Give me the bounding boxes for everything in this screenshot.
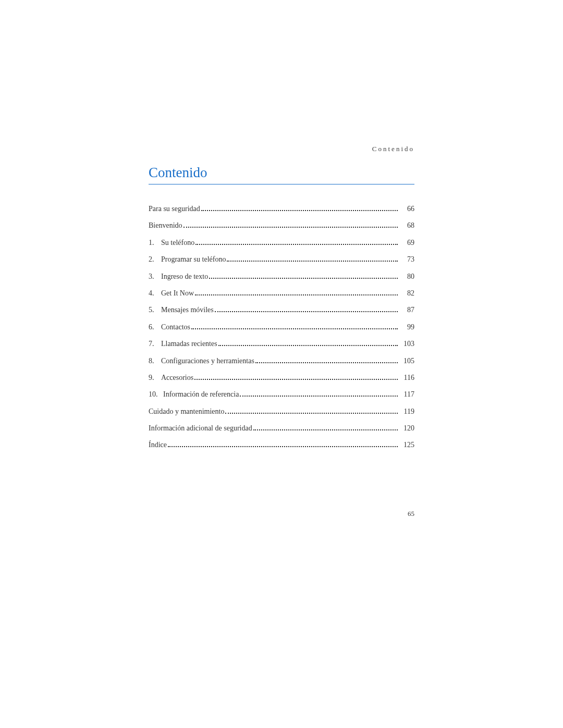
toc-entry-page: 69	[400, 237, 414, 249]
toc-dots	[183, 227, 398, 228]
toc-entry: Cuidado y mantenimiento119	[149, 406, 414, 417]
toc-entry-page: 87	[400, 304, 414, 316]
toc-entry-page: 99	[400, 322, 414, 333]
toc-entry-number: 2.	[149, 254, 161, 265]
toc-entry-label: Información adicional de seguridad	[149, 423, 252, 434]
toc-entry-label: Programar su teléfono	[161, 254, 226, 265]
toc-list: Para su seguridad66Bienvenido681.Su telé…	[149, 203, 414, 451]
toc-entry: 8.Configuraciones y herramientas105	[149, 355, 414, 367]
toc-dots	[168, 446, 398, 447]
toc-entry-number: 8.	[149, 355, 161, 367]
toc-entry-label: Accesorios	[161, 372, 193, 384]
toc-entry-number: 9.	[149, 372, 161, 384]
toc-entry-label: Para su seguridad	[149, 203, 200, 215]
toc-entry-label: Su teléfono	[161, 237, 194, 249]
toc-entry: 1.Su teléfono69	[149, 237, 414, 249]
toc-dots	[195, 244, 398, 245]
toc-dots	[218, 345, 398, 346]
toc-entry-page: 66	[400, 203, 414, 215]
toc-entry: Información adicional de seguridad120	[149, 423, 414, 434]
toc-entry-number: 7.	[149, 338, 161, 350]
toc-entry: 5.Mensajes móviles87	[149, 304, 414, 316]
toc-entry: 7.Llamadas recientes103	[149, 338, 414, 350]
toc-entry: 4.Get It Now82	[149, 288, 414, 299]
toc-dots	[215, 311, 398, 312]
toc-entry: 6.Contactos99	[149, 322, 414, 333]
toc-entry-page: 68	[400, 220, 414, 231]
toc-entry-page: 117	[400, 389, 414, 400]
toc-entry: Índice125	[149, 439, 414, 451]
header-label: Contenido	[149, 145, 414, 153]
toc-entry-number: 6.	[149, 322, 161, 333]
toc-entry-label: Configuraciones y herramientas	[161, 355, 254, 367]
toc-dots	[191, 328, 398, 329]
toc-entry: 9.Accesorios116	[149, 372, 414, 384]
toc-entry: Bienvenido68	[149, 220, 414, 231]
toc-entry-number: 10.	[149, 389, 163, 400]
toc-entry-label: Bienvenido	[149, 220, 182, 231]
toc-dots	[255, 362, 398, 363]
toc-entry-page: 119	[400, 406, 414, 417]
toc-entry-label: Información de referencia	[163, 389, 239, 400]
toc-entry-page: 120	[400, 423, 414, 434]
toc-entry-label: Ingreso de texto	[161, 271, 208, 282]
toc-entry-number: 4.	[149, 288, 161, 299]
page-number: 65	[408, 510, 414, 518]
page-title: Contenido	[149, 165, 414, 184]
toc-entry-label: Get It Now	[161, 288, 194, 299]
toc-entry-number: 3.	[149, 271, 161, 282]
toc-dots	[227, 261, 398, 262]
toc-entry-page: 103	[400, 338, 414, 350]
toc-dots	[225, 413, 398, 414]
toc-entry-page: 73	[400, 254, 414, 265]
toc-dots	[240, 396, 398, 397]
toc-dots	[253, 429, 398, 430]
toc-page: Contenido Contenido Para su seguridad66B…	[149, 145, 414, 456]
toc-dots	[194, 379, 398, 380]
toc-entry-page: 125	[400, 439, 414, 451]
toc-entry-label: Índice	[149, 439, 167, 451]
toc-entry: Para su seguridad66	[149, 203, 414, 215]
toc-entry-label: Cuidado y mantenimiento	[149, 406, 224, 417]
toc-dots	[209, 278, 398, 279]
toc-entry-page: 82	[400, 288, 414, 299]
toc-dots	[201, 210, 398, 211]
toc-entry: 3.Ingreso de texto80	[149, 271, 414, 282]
toc-entry: 10.Información de referencia117	[149, 389, 414, 400]
toc-entry-page: 116	[400, 372, 414, 384]
toc-entry-page: 105	[400, 355, 414, 367]
toc-entry-number: 1.	[149, 237, 161, 249]
toc-entry-label: Llamadas recientes	[161, 338, 217, 350]
toc-dots	[195, 294, 398, 295]
toc-entry-label: Mensajes móviles	[161, 304, 214, 316]
toc-entry-label: Contactos	[161, 322, 190, 333]
toc-entry: 2.Programar su teléfono73	[149, 254, 414, 265]
toc-entry-number: 5.	[149, 304, 161, 316]
toc-entry-page: 80	[400, 271, 414, 282]
